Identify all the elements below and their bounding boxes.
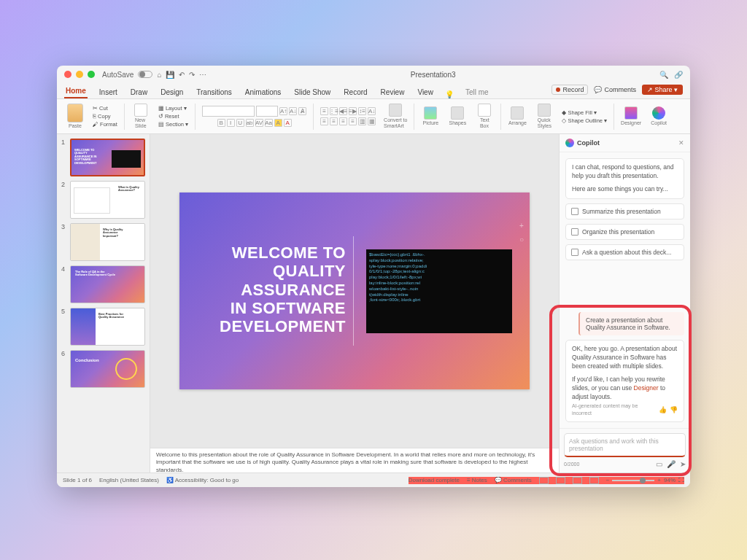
record-button[interactable]: Record bbox=[551, 85, 588, 95]
normal-view-icon[interactable] bbox=[539, 477, 549, 484]
font-color-icon[interactable]: A bbox=[284, 119, 292, 127]
designer-button[interactable]: Designer bbox=[618, 101, 644, 132]
notes-button[interactable]: ≡ Notes bbox=[467, 477, 487, 483]
copy-button[interactable]: ⎘ Copy bbox=[93, 113, 111, 120]
text-dir-icon[interactable]: A↓ bbox=[368, 107, 376, 115]
section-button[interactable]: ▤ Section ▾ bbox=[158, 121, 188, 128]
decrease-font-icon[interactable]: A↓ bbox=[289, 107, 297, 115]
font-selector[interactable] bbox=[202, 106, 255, 117]
increase-font-icon[interactable]: A↑ bbox=[279, 107, 287, 115]
cut-button[interactable]: ✂ Cut bbox=[93, 105, 108, 112]
thumbnail-6[interactable]: 6Conclusion bbox=[61, 350, 145, 388]
thumbnail-3[interactable]: 3Why is Quality Assurance Important? bbox=[61, 223, 145, 261]
accessibility-status[interactable]: ♿ Accessibility: Good to go bbox=[166, 477, 239, 483]
tab-slideshow[interactable]: Slide Show bbox=[293, 86, 332, 98]
maximize-icon[interactable] bbox=[88, 71, 95, 78]
bold-icon[interactable]: B bbox=[217, 119, 225, 127]
reading-view-icon[interactable] bbox=[573, 477, 582, 484]
textbox-button[interactable]: Text Box bbox=[472, 101, 497, 132]
tab-insert[interactable]: Insert bbox=[98, 86, 119, 98]
copilot-ribbon-button[interactable]: Copilot bbox=[646, 101, 671, 132]
speaker-notes[interactable]: Welcome to this presentation about the r… bbox=[150, 448, 559, 472]
autosave-toggle[interactable] bbox=[138, 71, 152, 78]
case-icon[interactable]: Aa bbox=[265, 119, 273, 127]
tab-transitions[interactable]: Transitions bbox=[195, 86, 233, 98]
smartart-button[interactable]: Convert to SmartArt bbox=[381, 101, 410, 132]
zoom-out-icon[interactable]: − bbox=[606, 477, 610, 483]
thumbs-up-icon[interactable]: 👍 bbox=[659, 405, 667, 415]
tell-me[interactable]: Tell me bbox=[464, 86, 490, 98]
align-center-icon[interactable]: ≡ bbox=[330, 117, 338, 125]
book-icon[interactable]: ▭ bbox=[656, 460, 662, 468]
indent-more-icon[interactable]: ≡▶ bbox=[349, 107, 357, 115]
tab-review[interactable]: Review bbox=[379, 86, 406, 98]
designer-link[interactable]: Designer bbox=[634, 384, 659, 392]
arrange-button[interactable]: Arrange bbox=[505, 101, 530, 132]
tab-record[interactable]: Record bbox=[342, 86, 368, 98]
comments-button[interactable]: 💬 Comments bbox=[594, 86, 636, 93]
thumbnail-4[interactable]: 4The Role of QA in the Software Developm… bbox=[61, 265, 145, 303]
zoom-in-icon[interactable]: + bbox=[657, 477, 661, 483]
zoom-slider[interactable] bbox=[612, 480, 654, 481]
thumbs-down-icon[interactable]: 👎 bbox=[670, 405, 678, 415]
align-right-icon[interactable]: ≡ bbox=[339, 117, 347, 125]
send-icon[interactable]: ➤ bbox=[680, 460, 686, 468]
numbers-icon[interactable]: ⋮≡ bbox=[330, 107, 338, 115]
line-space-icon[interactable]: ↕≡ bbox=[358, 107, 366, 115]
quick-styles-button[interactable]: Quick Styles bbox=[532, 101, 557, 132]
strike-icon[interactable]: ab bbox=[246, 119, 254, 127]
reset-button[interactable]: ↺ Reset bbox=[158, 113, 179, 120]
columns-icon[interactable]: ▥ bbox=[358, 117, 366, 125]
home-icon[interactable]: ⌂ bbox=[157, 71, 161, 79]
suggestion-summarize[interactable]: Summarize this presentation bbox=[565, 203, 684, 219]
search-icon[interactable]: 🔍 bbox=[659, 71, 668, 79]
redo-icon[interactable]: ↷ bbox=[189, 71, 195, 79]
format-painter-button[interactable]: 🖌 Format bbox=[93, 121, 117, 128]
thumbnail-5[interactable]: 5Best Practices for Quality Assurance bbox=[61, 308, 145, 346]
justify-icon[interactable]: ≡ bbox=[349, 117, 357, 125]
indent-less-icon[interactable]: ◀≡ bbox=[339, 107, 347, 115]
new-slide-button[interactable]: New Slide bbox=[128, 101, 153, 132]
save-icon[interactable]: 💾 bbox=[166, 71, 174, 79]
minimize-icon[interactable] bbox=[76, 71, 83, 78]
mic-icon[interactable]: 🎤 bbox=[667, 460, 676, 468]
bullets-icon[interactable]: ≡ bbox=[320, 107, 328, 115]
undo-icon[interactable]: ↶ bbox=[179, 71, 185, 79]
font-size[interactable] bbox=[256, 106, 278, 117]
link-icon[interactable]: 🔗 bbox=[674, 71, 683, 79]
shapes-button[interactable]: Shapes bbox=[445, 101, 470, 132]
language-status[interactable]: English (United States) bbox=[99, 477, 159, 483]
share-button[interactable]: ↗ Share ▾ bbox=[642, 85, 683, 95]
paste-button[interactable]: Paste bbox=[63, 101, 88, 132]
suggestion-ask[interactable]: Ask a question about this deck... bbox=[565, 244, 684, 260]
more-icon[interactable]: ⋯ bbox=[199, 71, 206, 79]
tab-view[interactable]: View bbox=[416, 86, 435, 98]
underline-icon[interactable]: U bbox=[236, 119, 244, 127]
clear-format-icon[interactable]: A̷ bbox=[298, 107, 306, 115]
highlight-icon[interactable]: A bbox=[274, 119, 282, 127]
picture-button[interactable]: Picture bbox=[418, 101, 443, 132]
tab-draw[interactable]: Draw bbox=[129, 86, 149, 98]
layout-button[interactable]: ▦ Layout ▾ bbox=[158, 105, 187, 112]
tab-animations[interactable]: Animations bbox=[244, 86, 282, 98]
italic-icon[interactable]: I bbox=[227, 119, 235, 127]
comments-status-button[interactable]: 💬 Comments bbox=[495, 477, 532, 483]
slideshow-view-icon[interactable] bbox=[589, 477, 599, 484]
shape-fill-button[interactable]: ◆ Shape Fill ▾ bbox=[562, 109, 597, 116]
close-panel-icon[interactable]: ✕ bbox=[678, 139, 684, 147]
tab-home[interactable]: Home bbox=[64, 85, 88, 98]
zoom-level[interactable]: 94% bbox=[664, 477, 676, 483]
thumbnail-2[interactable]: 2What is Quality Assurance? bbox=[61, 181, 145, 219]
align-left-icon[interactable]: ≡ bbox=[320, 117, 328, 125]
close-icon[interactable] bbox=[64, 71, 71, 78]
fit-icon[interactable]: ⛶ bbox=[678, 477, 684, 483]
tab-design[interactable]: Design bbox=[159, 86, 185, 98]
align-text-icon[interactable]: ▦ bbox=[368, 117, 376, 125]
shape-outline-button[interactable]: ◇ Shape Outline ▾ bbox=[562, 117, 607, 124]
thumbnail-1[interactable]: 1WELCOME TO QUALITY ASSURANCE IN SOFTWAR… bbox=[61, 139, 145, 176]
sorter-view-icon[interactable] bbox=[556, 477, 565, 484]
copilot-input[interactable]: Ask questions and work with this present… bbox=[564, 433, 686, 457]
suggestion-organize[interactable]: Organize this presentation bbox=[565, 224, 684, 240]
current-slide[interactable]: WELCOME TO QUALITY ASSURANCE IN SOFTWARE… bbox=[179, 192, 530, 389]
spacing-icon[interactable]: AV bbox=[255, 119, 263, 127]
